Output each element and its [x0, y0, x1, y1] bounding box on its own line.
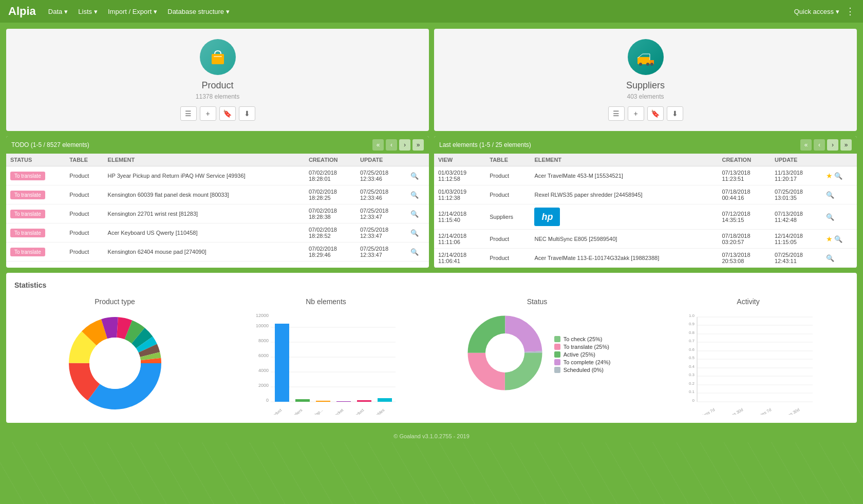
todo-element-cell: Kensington 22701 wrist rest [81283]: [104, 204, 305, 223]
last-elements-panel-header: Last elements (1-5 / 25 elements) « ‹ › …: [434, 136, 857, 154]
last-view-cell: 12/14/2018 11:15:40: [434, 204, 485, 230]
svg-text:0.6: 0.6: [688, 347, 695, 352]
last-element-cell: Acer TravelMate 453-M [15534521]: [530, 166, 718, 185]
status-badge: To translate: [10, 248, 45, 256]
last-search-button[interactable]: 🔍: [826, 254, 834, 262]
statistics-section: Statistics Product type: [6, 273, 857, 423]
todo-element-cell: Acer Keyboard US Qwerty [110458]: [104, 223, 305, 242]
svg-text:0: 0: [692, 398, 695, 403]
suppliers-card-subtitle: 403 elements: [627, 93, 664, 100]
last-element-cell: Acer TravelMate 113-E-10174G32akk [19882…: [530, 249, 718, 268]
todo-element-cell: Kensington 60039 flat panel desk mount […: [104, 185, 305, 204]
suppliers-bookmark-button[interactable]: 🔖: [647, 106, 664, 121]
status-badge: To translate: [10, 191, 45, 199]
last-search-button[interactable]: 🔍: [826, 213, 834, 221]
last-element-cell: Rexel RLWS35 paper shredder [24458945]: [530, 185, 718, 204]
last-update-cell: 12/14/2018 11:15:05: [771, 230, 822, 249]
last-table-cell: Product: [485, 230, 530, 249]
product-list-button[interactable]: ☰: [180, 106, 197, 121]
suppliers-export-button[interactable]: ⬇: [667, 106, 683, 121]
todo-status-cell: To translate: [6, 166, 65, 185]
nav-lists[interactable]: Lists ▾: [78, 8, 98, 15]
nav-data[interactable]: Data ▾: [48, 8, 68, 15]
nb-elements-bar-chart: 0 2000 4000 6000 8000 10000 12000: [254, 312, 398, 415]
activity-chart: Activity 0 0.1 0.2 0.3 0.4 0.5 0.6 0.7 0…: [648, 297, 849, 415]
todo-table: STATUS TABLE ELEMENT CREATION UPDATE To …: [6, 154, 429, 262]
status-badge: To translate: [10, 229, 45, 237]
product-type-donut: [64, 312, 166, 415]
last-search-button[interactable]: 🔍: [826, 191, 834, 199]
last-next-next-button[interactable]: »: [840, 139, 852, 151]
svg-point-18: [89, 338, 141, 389]
last-elements-table-row: 12/14/2018 11:11:06 Product NEC MultiSyn…: [434, 230, 857, 249]
svg-rect-1: [214, 56, 222, 57]
todo-next-button[interactable]: ›: [399, 139, 410, 151]
svg-text:0.5: 0.5: [688, 356, 695, 360]
last-col-element: ELEMENT: [530, 154, 718, 166]
last-next-button[interactable]: ›: [827, 139, 838, 151]
last-update-cell: 07/25/2018 12:43:11: [771, 249, 822, 268]
nav-database-structure[interactable]: Database structure ▾: [167, 8, 230, 15]
suppliers-icon: [628, 39, 664, 75]
todo-search-button[interactable]: 🔍: [410, 172, 419, 180]
todo-search-button[interactable]: 🔍: [410, 191, 419, 199]
last-col-action: [822, 154, 857, 166]
suppliers-card-title: Suppliers: [626, 80, 665, 91]
last-search-button[interactable]: 🔍: [834, 235, 842, 243]
todo-search-button[interactable]: 🔍: [410, 210, 419, 218]
todo-table-cell: Product: [65, 242, 103, 262]
svg-text:0.3: 0.3: [688, 372, 695, 377]
last-col-view: VIEW: [434, 154, 485, 166]
svg-text:0.4: 0.4: [688, 364, 695, 369]
nav-import-export[interactable]: Import / Export ▾: [108, 8, 157, 15]
svg-text:On-board graphics adap...: On-board graphics adap...: [284, 408, 324, 415]
star-icon[interactable]: ★: [826, 172, 833, 180]
last-creation-cell: 07/12/2018 14:35:15: [718, 204, 770, 230]
svg-text:4000: 4000: [258, 368, 268, 373]
svg-text:2000: 2000: [258, 383, 268, 388]
svg-text:0.7: 0.7: [688, 339, 695, 343]
last-element-cell: hp: [530, 204, 718, 230]
star-icon[interactable]: ★: [826, 235, 833, 243]
svg-rect-36: [357, 400, 371, 402]
quick-access-button[interactable]: Quick access ▾: [794, 8, 839, 15]
last-elements-table-row: 12/14/2018 11:15:40 Suppliers hp 07/12/2…: [434, 204, 857, 230]
suppliers-card: Suppliers 403 elements ☰ + 🔖 ⬇: [434, 29, 857, 131]
more-menu-button[interactable]: ⋮: [846, 6, 855, 17]
todo-table-row: To translate Product Kensington 60039 fl…: [6, 185, 429, 204]
todo-prev-prev-button[interactable]: «: [372, 139, 384, 151]
suppliers-add-button[interactable]: +: [628, 106, 644, 121]
todo-col-update: UPDATE: [356, 154, 406, 166]
suppliers-list-button[interactable]: ☰: [608, 106, 625, 121]
product-export-button[interactable]: ⬇: [239, 106, 255, 121]
svg-rect-33: [295, 399, 310, 402]
last-creation-cell: 07/13/2018 11:23:51: [718, 166, 770, 185]
svg-point-3: [639, 63, 642, 66]
last-prev-prev-button[interactable]: «: [800, 139, 812, 151]
last-elements-table-row: 12/14/2018 11:06:41 Product Acer TravelM…: [434, 249, 857, 268]
last-view-cell: 01/03/2019 11:12:38: [434, 185, 485, 204]
todo-table-row: To translate Product HP 3year Pickup and…: [6, 166, 429, 185]
navbar: Alpia Data ▾ Lists ▾ Import / Export ▾ D…: [0, 0, 863, 23]
svg-text:6000: 6000: [258, 353, 268, 358]
status-badge: To translate: [10, 210, 45, 218]
last-creation-cell: 07/13/2018 20:53:08: [718, 249, 770, 268]
svg-text:0.8: 0.8: [688, 330, 695, 335]
nb-elements-title: Nb elements: [306, 297, 346, 306]
product-add-button[interactable]: +: [200, 106, 216, 121]
todo-next-next-button[interactable]: »: [412, 139, 424, 151]
todo-search-button[interactable]: 🔍: [410, 229, 419, 237]
todo-creation-cell: 07/02/2018 18:28:01: [305, 166, 356, 185]
last-update-cell: 07/13/2018 11:42:48: [771, 204, 822, 230]
product-bookmark-button[interactable]: 🔖: [219, 106, 236, 121]
last-action-cell: 🔍: [822, 249, 857, 268]
last-table-cell: Product: [485, 166, 530, 185]
todo-creation-cell: 07/02/2018 18:28:38: [305, 204, 356, 223]
last-search-button[interactable]: 🔍: [834, 172, 842, 180]
svg-point-49: [485, 333, 524, 372]
last-prev-button[interactable]: ‹: [814, 139, 825, 151]
todo-search-button[interactable]: 🔍: [410, 248, 419, 256]
todo-prev-button[interactable]: ‹: [386, 139, 397, 151]
brand-logo[interactable]: Alpia: [8, 5, 36, 18]
svg-text:Other tables: Other tables: [365, 408, 385, 415]
